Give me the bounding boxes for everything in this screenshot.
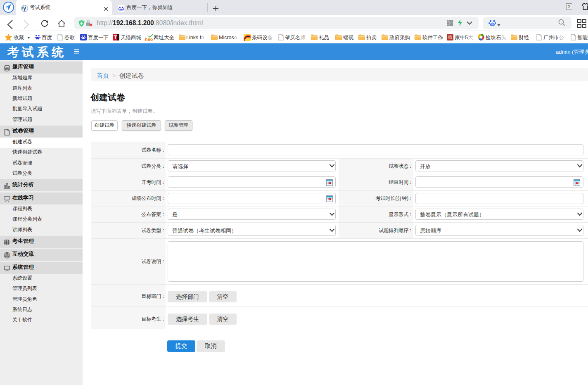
svg-text:du: du bbox=[120, 9, 123, 11]
svg-text:hao: hao bbox=[145, 37, 153, 42]
svg-text:du: du bbox=[491, 23, 495, 26]
